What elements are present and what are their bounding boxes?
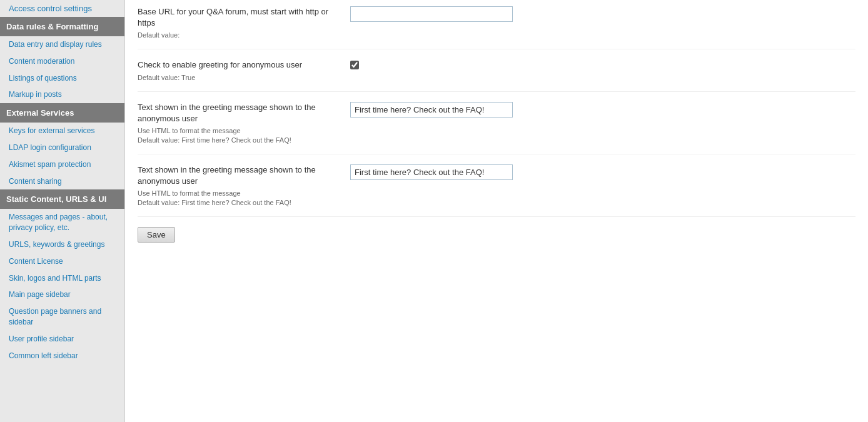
setting-default-greeting-message-2: Default value: First time here? Check ou… <box>138 199 338 206</box>
sidebar-item-access-control[interactable]: Access control settings <box>0 0 124 17</box>
sidebar-item-data-entry[interactable]: Data entry and display rules <box>0 36 124 53</box>
setting-label-greeting-message-1: Text shown in the greeting message shown… <box>138 102 338 124</box>
sidebar-item-user-profile-sidebar[interactable]: User profile sidebar <box>0 331 124 348</box>
setting-row-greeting-message-1: Text shown in the greeting message shown… <box>138 102 855 154</box>
setting-row-base-url: Base URL for your Q&A forum, must start … <box>138 6 855 49</box>
sidebar-item-skin-logos[interactable]: Skin, logos and HTML parts <box>0 270 124 287</box>
setting-default-base-url: Default value: <box>138 31 338 39</box>
sidebar-section-external-services: External Services <box>0 103 124 123</box>
sidebar-item-question-page-banners[interactable]: Question page banners and sidebar <box>0 303 124 331</box>
sidebar-section-static-content: Static Content, URLS & UI <box>0 189 124 209</box>
enable-greeting-checkbox[interactable] <box>350 61 359 69</box>
sidebar-item-messages-pages[interactable]: Messages and pages - about, privacy poli… <box>0 209 124 236</box>
setting-note-greeting-message-1: Use HTML to format the message <box>138 127 338 134</box>
setting-default-greeting-message-1: Default value: First time here? Check ou… <box>138 136 338 144</box>
sidebar: Access control settings Data rules & For… <box>0 0 125 422</box>
greeting-message-1-input[interactable] <box>350 102 513 118</box>
sidebar-item-content-sharing[interactable]: Content sharing <box>0 173 124 190</box>
greeting-message-2-input[interactable] <box>350 164 513 180</box>
sidebar-item-keys[interactable]: Keys for external services <box>0 123 124 139</box>
sidebar-item-content-moderation[interactable]: Content moderation <box>0 53 124 70</box>
setting-label-enable-greeting: Check to enable greeting for anonymous u… <box>138 59 338 71</box>
setting-label-base-url: Base URL for your Q&A forum, must start … <box>138 6 338 29</box>
sidebar-item-ldap[interactable]: LDAP login configuration <box>0 139 124 156</box>
setting-row-greeting-message-2: Text shown in the greeting message shown… <box>138 164 855 217</box>
sidebar-item-listings[interactable]: Listings of questions <box>0 70 124 87</box>
sidebar-item-urls-keywords[interactable]: URLS, keywords & greetings <box>0 236 124 253</box>
sidebar-item-content-license[interactable]: Content License <box>0 253 124 270</box>
save-button[interactable]: Save <box>138 227 175 243</box>
main-content: Base URL for your Q&A forum, must start … <box>125 0 868 422</box>
setting-row-enable-greeting: Check to enable greeting for anonymous u… <box>138 59 855 91</box>
sidebar-item-markup[interactable]: Markup in posts <box>0 86 124 103</box>
base-url-input[interactable] <box>350 6 513 22</box>
sidebar-item-common-left-sidebar[interactable]: Common left sidebar <box>0 348 124 364</box>
setting-default-enable-greeting: Default value: True <box>138 74 338 81</box>
sidebar-item-akismet[interactable]: Akismet spam protection <box>0 156 124 173</box>
sidebar-item-main-page-sidebar[interactable]: Main page sidebar <box>0 286 124 303</box>
setting-label-greeting-message-2: Text shown in the greeting message shown… <box>138 164 338 187</box>
save-row: Save <box>138 227 855 243</box>
sidebar-section-data-rules: Data rules & Formatting <box>0 17 124 36</box>
setting-note-greeting-message-2: Use HTML to format the message <box>138 189 338 197</box>
